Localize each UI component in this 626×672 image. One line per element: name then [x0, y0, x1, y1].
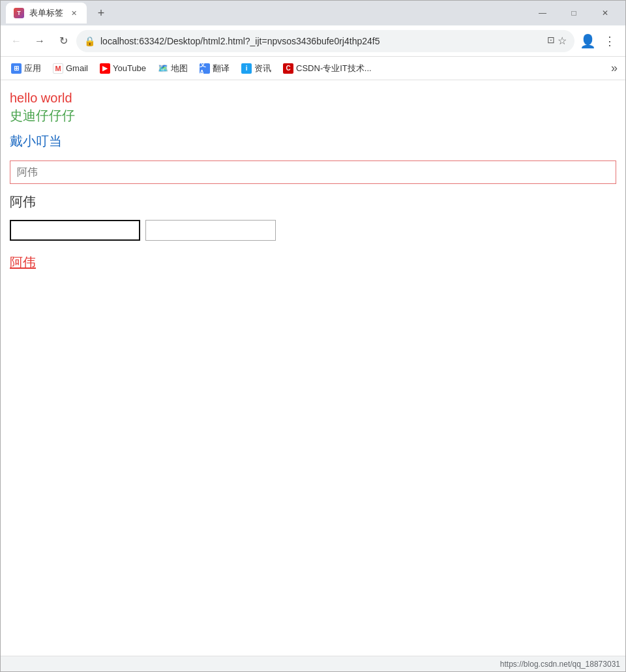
bookmark-gmail-label: Gmail	[66, 63, 88, 73]
address-bar[interactable]: 🔒 localhost:63342/Desktop/html2.html?_ij…	[76, 30, 574, 52]
menu-icon[interactable]: ⋮	[599, 31, 620, 52]
bookmark-maps-label: 地图	[171, 63, 188, 74]
second-input[interactable]	[145, 220, 276, 241]
page-content: hello world 史迪仔仔仔 戴小叮当 阿伟 阿伟	[1, 80, 625, 656]
bookmark-gmail[interactable]: M Gmail	[48, 61, 93, 76]
bookmark-youtube-label: YouTube	[113, 63, 146, 73]
navigation-bar: ← → ↻ 🔒 localhost:63342/Desktop/html2.ht…	[1, 25, 625, 57]
inputs-row	[10, 220, 616, 241]
nav-right-icons: 👤 ⋮	[577, 31, 620, 52]
csdn-favicon: C	[283, 63, 293, 74]
tab-close-button[interactable]: ✕	[68, 8, 79, 18]
maximize-button[interactable]: □	[559, 3, 589, 23]
youtube-favicon: ▶	[100, 63, 110, 74]
browser-window: T 表单标签 ✕ + — □ ✕ ← → ↻ 🔒 localhost:63342…	[0, 0, 626, 672]
maps-favicon: 🗺️	[158, 63, 168, 74]
awei-link[interactable]: 阿伟	[10, 255, 36, 269]
close-button[interactable]: ✕	[590, 3, 620, 23]
bookmark-translate[interactable]: 文A 翻译	[194, 60, 235, 77]
lock-icon: 🔒	[84, 36, 95, 46]
bookmark-info-label: 资讯	[254, 63, 271, 74]
awei-input[interactable]	[10, 160, 616, 184]
account-icon[interactable]: 👤	[577, 31, 598, 52]
translate-page-icon[interactable]: ⊡	[547, 35, 555, 47]
back-button[interactable]: ←	[6, 31, 27, 52]
bookmark-csdn[interactable]: C CSDN-专业IT技术...	[278, 60, 377, 77]
new-tab-button[interactable]: +	[92, 4, 110, 22]
first-input[interactable]	[10, 220, 140, 241]
bookmark-youtube[interactable]: ▶ YouTube	[95, 61, 151, 76]
window-controls: — □ ✕	[528, 3, 620, 23]
active-tab[interactable]: T 表单标签 ✕	[6, 3, 87, 23]
url-text: localhost:63342/Desktop/html2.html?_ijt=…	[100, 36, 542, 46]
status-bar: https://blog.csdn.net/qq_18873031	[1, 656, 625, 671]
bookmark-maps[interactable]: 🗺️ 地图	[153, 60, 193, 77]
forward-button[interactable]: →	[29, 31, 50, 52]
gmail-favicon: M	[53, 63, 63, 74]
awei-static-text: 阿伟	[10, 193, 616, 211]
hello-world-text: hello world	[10, 91, 616, 106]
bookmarks-bar: ⊞ 应用 M Gmail ▶ YouTube 🗺️ 地图 文A 翻译 i 资讯 …	[1, 57, 625, 80]
apps-favicon: ⊞	[11, 63, 22, 74]
refresh-button[interactable]: ↻	[53, 31, 74, 52]
address-bar-actions: ⊡ ☆	[547, 35, 567, 47]
bookmark-translate-label: 翻译	[213, 63, 230, 74]
bookmarks-more-button[interactable]: »	[608, 61, 620, 75]
translate-favicon: 文A	[200, 63, 210, 74]
bookmark-info[interactable]: i 资讯	[236, 60, 276, 77]
dai-link[interactable]: 戴小叮当	[10, 132, 616, 150]
bookmark-csdn-label: CSDN-专业IT技术...	[296, 63, 372, 74]
tab-title: 表单标签	[29, 7, 63, 19]
bookmark-star-icon[interactable]: ☆	[558, 35, 567, 47]
status-url: https://blog.csdn.net/qq_18873031	[500, 660, 620, 669]
info-favicon: i	[241, 63, 252, 74]
tab-favicon: T	[14, 8, 24, 18]
shidi-text: 史迪仔仔仔	[10, 107, 616, 125]
minimize-button[interactable]: —	[528, 3, 558, 23]
title-bar: T 表单标签 ✕ + — □ ✕	[1, 1, 625, 25]
bookmark-apps[interactable]: ⊞ 应用	[6, 60, 46, 77]
bookmark-apps-label: 应用	[24, 63, 41, 74]
